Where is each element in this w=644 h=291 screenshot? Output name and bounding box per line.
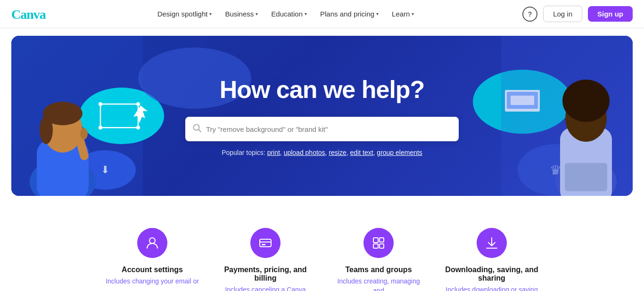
popular-link-print[interactable]: print — [267, 149, 280, 156]
search-input[interactable] — [206, 125, 451, 133]
account-settings-icon-circle — [137, 228, 167, 258]
nav-links: Design spotlight ▾ Business ▾ Education … — [152, 6, 420, 22]
chevron-down-icon: ▾ — [412, 11, 414, 16]
svg-point-25 — [80, 128, 88, 139]
canva-logo[interactable]: Canva — [11, 6, 49, 23]
popular-label: Popular topics: — [222, 149, 265, 156]
help-button[interactable]: ? — [522, 7, 537, 22]
downloading-desc: Includes downloading or saving to — [445, 285, 539, 291]
search-icon — [193, 124, 201, 135]
downloading-title: Downloading, saving, and sharing — [445, 266, 539, 283]
category-downloading[interactable]: Downloading, saving, and sharing Include… — [435, 222, 548, 291]
svg-rect-40 — [380, 244, 384, 248]
svg-rect-38 — [373, 244, 378, 248]
popular-link-group-elements[interactable]: group elements — [377, 149, 422, 156]
svg-point-23 — [40, 116, 53, 144]
svg-point-7 — [136, 126, 140, 129]
chevron-down-icon: ▾ — [376, 11, 379, 16]
payments-billing-icon-circle — [250, 228, 281, 258]
svg-rect-36 — [262, 244, 265, 245]
teams-groups-icon-circle — [363, 228, 394, 258]
nav-item-business[interactable]: Business ▾ — [219, 6, 264, 22]
svg-point-5 — [136, 102, 140, 106]
person-icon — [145, 236, 159, 250]
nav-label-business: Business — [225, 10, 254, 18]
svg-point-6 — [99, 126, 102, 129]
payments-billing-desc: Includes canceling a Canva plan and — [218, 285, 313, 291]
chevron-down-icon: ▾ — [305, 11, 307, 16]
svg-rect-34 — [260, 239, 271, 247]
account-settings-desc: Includes changing your email or — [106, 277, 199, 286]
svg-point-33 — [149, 238, 155, 243]
svg-rect-37 — [373, 238, 378, 242]
account-settings-title: Account settings — [122, 266, 183, 274]
signup-button[interactable]: Sign up — [588, 6, 633, 22]
nav-label-education: Education — [271, 10, 303, 18]
chevron-down-icon: ▾ — [256, 11, 258, 16]
nav-right: ? Log in Sign up — [522, 6, 633, 22]
svg-line-32 — [198, 129, 201, 132]
svg-point-4 — [99, 102, 102, 106]
search-bar — [185, 117, 459, 141]
svg-point-29 — [562, 80, 610, 122]
teams-icon — [372, 236, 386, 250]
nav-item-learn[interactable]: Learn ▾ — [386, 6, 420, 22]
hero-title: How can we help? — [171, 75, 473, 104]
popular-link-edit-text[interactable]: edit text — [350, 149, 373, 156]
nav-label-design-spotlight: Design spotlight — [157, 10, 208, 18]
navbar: Canva Design spotlight ▾ Business ▾ Educ… — [0, 0, 644, 28]
teams-groups-title: Teams and groups — [345, 266, 412, 274]
svg-rect-39 — [380, 238, 384, 242]
hero-banner: ⬇ ♛ How can we — [11, 36, 633, 196]
login-button[interactable]: Log in — [543, 6, 582, 22]
nav-label-plans-pricing: Plans and pricing — [320, 10, 374, 18]
svg-rect-30 — [565, 163, 607, 191]
nav-item-design-spotlight[interactable]: Design spotlight ▾ — [152, 6, 218, 22]
category-account-settings[interactable]: Account settings Includes changing your … — [96, 222, 209, 291]
popular-link-resize[interactable]: resize — [329, 149, 346, 156]
nav-item-education[interactable]: Education ▾ — [265, 6, 313, 22]
svg-text:Canva: Canva — [11, 7, 46, 22]
downloading-icon-circle — [477, 228, 507, 258]
popular-link-upload-photos[interactable]: upload photos — [284, 149, 325, 156]
category-teams-groups[interactable]: Teams and groups Includes creating, mana… — [322, 222, 435, 291]
nav-label-learn: Learn — [392, 10, 410, 18]
teams-groups-desc: Includes creating, managing and — [331, 277, 426, 291]
popular-topics: Popular topics: print, upload photos, re… — [171, 149, 473, 156]
hero-content: How can we help? Popular topics: print, … — [171, 75, 473, 156]
category-payments-billing[interactable]: Payments, pricing, and billing Includes … — [209, 222, 322, 291]
payments-billing-title: Payments, pricing, and billing — [218, 266, 313, 283]
category-section: Account settings Includes changing your … — [0, 203, 644, 291]
card-icon — [258, 236, 272, 250]
chevron-down-icon: ▾ — [209, 11, 212, 16]
nav-item-plans-pricing[interactable]: Plans and pricing ▾ — [314, 6, 384, 22]
download-icon — [485, 236, 499, 250]
svg-text:⬇: ⬇ — [101, 164, 109, 176]
